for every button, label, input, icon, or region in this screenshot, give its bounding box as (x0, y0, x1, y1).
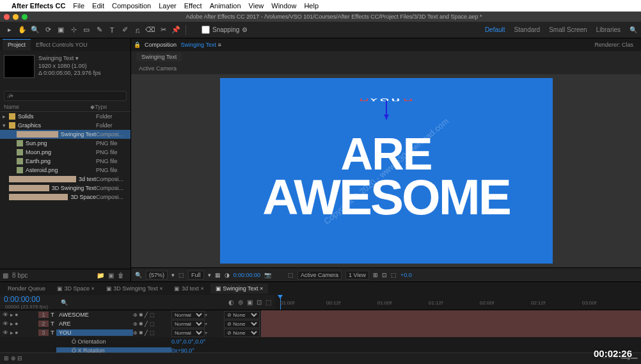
frame-blend-icon[interactable]: ⊡ (257, 299, 262, 306)
guides-icon[interactable]: ⊡ (382, 272, 387, 278)
eraser-tool-icon[interactable]: ⌫ (145, 24, 156, 36)
current-time[interactable]: 0:00:00:00 (4, 295, 48, 304)
renderer-label[interactable]: Renderer: Clas (594, 42, 633, 48)
menu-edit[interactable]: Edit (92, 2, 104, 10)
resolution-dropdown[interactable]: Full (188, 271, 204, 280)
workspace-small[interactable]: Small Screen (549, 26, 587, 33)
timeline-tab[interactable]: ▣ 3D Swinging Text × (101, 283, 168, 294)
zoom-dropdown[interactable]: (57%) (146, 271, 168, 280)
show-channel-icon[interactable]: ⬚ (178, 272, 184, 278)
zoom-tool-icon[interactable]: 🔍 (29, 24, 41, 36)
tab-composition[interactable]: Composition Swinging Text ≡ (141, 40, 225, 50)
anchor-tool-icon[interactable]: ⊹ (68, 24, 79, 36)
grid-icon[interactable]: ⊞ (373, 272, 378, 278)
rotate-tool-icon[interactable]: ⟳ (42, 24, 54, 36)
window-titlebar: Adobe After Effects CC 2017 - /Volumes/V… (0, 12, 641, 22)
timeline-tab[interactable]: Render Queue (3, 283, 51, 294)
menu-effect[interactable]: Effect (184, 2, 202, 10)
layer-list[interactable]: 👁 ▸ ●1TAWESOME⊕ ✱ ╱ ⬚Normal▾⊘ None👁 ▸ ●2… (0, 310, 641, 352)
snapping-toggle[interactable]: Snapping ⚙ (202, 26, 248, 34)
snap-options-icon[interactable]: ⚙ (242, 26, 248, 33)
zoom-out-icon[interactable]: 🔍 (135, 272, 142, 278)
new-comp-icon[interactable]: ▣ (108, 272, 114, 279)
motion-blur-icon[interactable]: ⊚ (238, 299, 243, 306)
camera-dropdown[interactable]: Active Camera (297, 271, 342, 280)
current-frames: 00000 (23.976 fps) (5, 304, 48, 310)
project-item[interactable]: Asteroid.pngPNG file (0, 166, 131, 175)
workspace-default[interactable]: Default (485, 26, 505, 33)
timeline-ruler[interactable]: 01:00f 00:12f 01:00f 01:12f 02:00f 02:12… (275, 295, 641, 310)
timeline-tab[interactable]: ▣ Swinging Text × (210, 283, 269, 294)
menu-composition[interactable]: Composition (112, 2, 151, 10)
close-icon[interactable] (4, 14, 10, 20)
col-type[interactable]: Type (95, 104, 127, 110)
menu-window[interactable]: Window (271, 2, 296, 10)
views-dropdown[interactable]: 1 View (345, 271, 369, 280)
viewer-footer: 🔍 (57%) ▾ ⬚ Full ▾ ▦ ◑ 0:00:00:00 📷 ⬚ Ac… (131, 267, 641, 281)
col-name[interactable]: Name (4, 104, 90, 110)
pen-tool-icon[interactable]: ✎ (93, 24, 105, 36)
search-icon[interactable]: 🔍 (61, 299, 68, 306)
menu-help[interactable]: Help (304, 2, 319, 10)
project-item[interactable]: 3D Swinging TextComposi... (0, 184, 131, 193)
minimize-icon[interactable] (13, 14, 19, 20)
menu-layer[interactable]: Layer (159, 2, 177, 10)
graph-icon[interactable]: ▣ (247, 299, 253, 306)
timecode-display[interactable]: 0:00:00:00 (233, 272, 261, 278)
lock-icon[interactable]: 🔒 (134, 42, 141, 48)
timeline-tab[interactable]: ▣ 3d text × (169, 283, 209, 294)
roto-tool-icon[interactable]: ✂ (157, 24, 169, 36)
menu-view[interactable]: View (249, 2, 264, 10)
project-item[interactable]: 3D SpaceComposi... (0, 193, 131, 202)
composition-viewer[interactable]: YOU ARE AWESOME Copyright © 2020 - www.p… (131, 74, 641, 267)
project-search-input[interactable] (4, 91, 127, 101)
timeline-tab[interactable]: ▣ 3D Space × (52, 283, 100, 294)
menu-animation[interactable]: Animation (210, 2, 241, 10)
layer-row[interactable]: 👁 ▸ ●2TARE⊕ ✱ ╱ ⬚Normal▾⊘ None (0, 319, 641, 328)
new-folder-icon[interactable]: 📁 (97, 272, 104, 279)
layer-row[interactable]: 👁 ▸ ●3TYOU⊕ ✱ ╱ ⬚Normal▾⊘ None (0, 328, 641, 337)
layer-property[interactable]: Ŏ Orientation0.0°,0.0°,0.0° (0, 337, 641, 346)
search-icon[interactable]: 🔍 (629, 26, 637, 33)
transparency-icon[interactable]: ▦ (215, 272, 221, 278)
snapshot-icon[interactable]: 📷 (264, 272, 271, 278)
project-item[interactable]: ▸SolidsFolder (0, 112, 131, 121)
trash-icon[interactable]: 🗑 (118, 272, 124, 279)
shy-icon[interactable]: ◐ (228, 299, 234, 306)
interpret-icon[interactable]: ▦ (3, 272, 8, 279)
stamp-tool-icon[interactable]: ⎌ (132, 24, 143, 36)
project-item[interactable]: 3d textComposi... (0, 175, 131, 184)
maximize-icon[interactable] (22, 14, 28, 20)
tab-project[interactable]: Project (3, 39, 31, 51)
project-item[interactable]: Moon.pngPNG file (0, 148, 131, 157)
text-tool-icon[interactable]: T (106, 24, 118, 36)
col-tag-icon[interactable]: ◆ (90, 104, 95, 110)
menu-file[interactable]: File (73, 2, 84, 10)
puppet-tool-icon[interactable]: 📌 (170, 24, 182, 36)
bpc-toggle[interactable]: 8 bpc (12, 272, 28, 279)
breadcrumb[interactable]: Swinging Text (136, 52, 182, 61)
app-name[interactable]: After Effects CC (12, 2, 65, 10)
mask-icon[interactable]: ◑ (225, 272, 230, 278)
project-list[interactable]: ▸SolidsFolder▾GraphicsFolderSwinging Tex… (0, 112, 131, 269)
exposure-value[interactable]: +0.0 (400, 272, 412, 278)
brush-tool-icon[interactable]: ✐ (119, 24, 131, 36)
project-item[interactable]: Swinging TextComposi... (0, 130, 131, 139)
snapping-checkbox[interactable] (202, 26, 210, 34)
project-item[interactable]: Sun.pngPNG file (0, 139, 131, 148)
layer-row[interactable]: 👁 ▸ ●1TAWESOME⊕ ✱ ╱ ⬚Normal▾⊘ None (0, 310, 641, 319)
project-item[interactable]: Earth.pngPNG file (0, 157, 131, 166)
3d-layer-icon[interactable]: ⬚ (265, 299, 271, 306)
shape-tool-icon[interactable]: ▭ (81, 24, 92, 36)
project-panel: Project Effect Controls YOU Swinging Tex… (0, 38, 131, 281)
tab-effect-controls[interactable]: Effect Controls YOU (31, 40, 93, 51)
camera-tool-icon[interactable]: ▣ (55, 24, 67, 36)
workspace-libraries[interactable]: Libraries (596, 26, 621, 33)
hand-tool-icon[interactable]: ✋ (17, 24, 28, 36)
selection-tool-icon[interactable]: ▸ (4, 24, 15, 36)
3d-icon[interactable]: ⬚ (391, 272, 397, 278)
project-item[interactable]: ▾GraphicsFolder (0, 121, 131, 130)
layer-property[interactable]: Ŏ X Rotation0x+90.0° (0, 346, 641, 352)
toggle-switches-icon[interactable]: ⊞ ⊕ ⊟ (4, 355, 22, 361)
workspace-standard[interactable]: Standard (514, 26, 541, 33)
